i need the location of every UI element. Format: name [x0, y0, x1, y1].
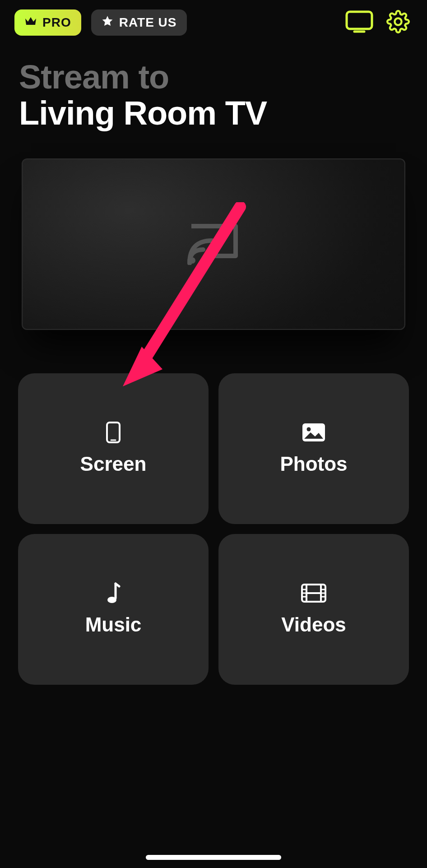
tile-photos-label: Photos	[280, 453, 347, 475]
tile-videos-label: Videos	[281, 613, 346, 636]
cast-device-button[interactable]	[345, 8, 374, 37]
svg-point-6	[307, 427, 311, 432]
svg-rect-3	[107, 422, 120, 442]
page-heading: Stream to Living Room TV	[0, 37, 427, 131]
tile-photos[interactable]: Photos	[218, 373, 409, 524]
top-bar: PRO RATE US	[0, 0, 427, 37]
media-tiles-grid: Screen Photos Music	[0, 330, 427, 685]
pro-label: PRO	[42, 15, 71, 30]
crown-icon	[24, 15, 37, 30]
rate-us-button[interactable]: RATE US	[91, 9, 187, 36]
pro-badge-button[interactable]: PRO	[14, 9, 81, 36]
tv-icon	[345, 10, 373, 35]
rate-us-label: RATE US	[119, 15, 177, 30]
phone-icon	[106, 422, 121, 443]
film-icon	[301, 583, 327, 603]
music-note-icon	[106, 583, 121, 603]
gear-icon	[386, 10, 410, 35]
settings-button[interactable]	[384, 8, 413, 37]
star-icon	[101, 15, 114, 31]
svg-point-2	[189, 257, 195, 264]
svg-point-7	[107, 597, 116, 603]
home-indicator[interactable]	[146, 855, 281, 860]
cast-icon	[187, 222, 240, 267]
image-icon	[302, 422, 326, 443]
tile-videos[interactable]: Videos	[218, 534, 409, 685]
tv-preview-container	[0, 131, 427, 330]
svg-rect-0	[347, 12, 372, 29]
heading-target-device: Living Room TV	[19, 95, 408, 131]
tile-music[interactable]: Music	[18, 534, 209, 685]
tile-music-label: Music	[85, 613, 142, 636]
tv-preview[interactable]	[22, 158, 405, 330]
tile-screen[interactable]: Screen	[18, 373, 209, 524]
tile-screen-label: Screen	[80, 453, 147, 475]
heading-prefix: Stream to	[19, 60, 408, 95]
